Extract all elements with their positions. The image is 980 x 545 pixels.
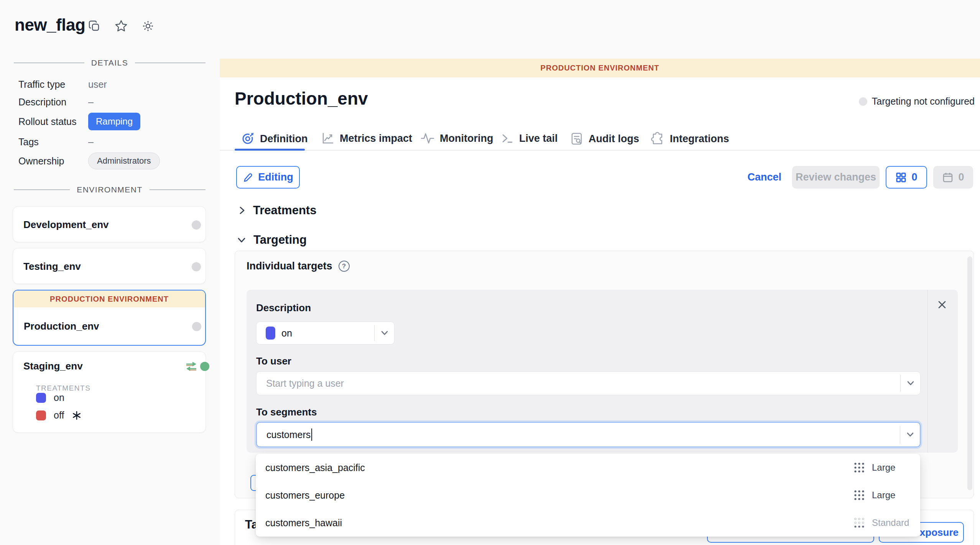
treatment-select-value: on [281, 328, 292, 339]
to-segments-value: customers [266, 429, 311, 440]
tab-live-tail[interactable]: Live tail [501, 132, 558, 145]
tab-metrics-impact[interactable]: Metrics impact [321, 132, 412, 145]
segment-name: customers_asia_pacific [265, 462, 853, 473]
detail-row-tags: Tags – [18, 136, 210, 148]
segments-dropdown: customers_asia_pacific Large customers_e… [256, 454, 920, 537]
detail-value: user [88, 79, 107, 90]
targeting-section-title: Targeting [253, 233, 307, 247]
segment-size-grid-icon [853, 462, 865, 473]
to-user-input[interactable]: Start typing a user [256, 371, 921, 395]
tab-label: Monitoring [440, 133, 493, 144]
env-name: Staging_env [23, 360, 83, 372]
detail-value: – [88, 136, 94, 148]
env-card-staging[interactable]: Staging_env TREATMENTS on off [13, 351, 206, 433]
chevron-down-icon[interactable] [374, 325, 394, 341]
detail-label: Ownership [18, 156, 88, 167]
changes-count: 0 [911, 171, 917, 183]
detail-row-ownership: Ownership Administrators [18, 153, 210, 169]
segment-name: customers_hawaii [265, 517, 853, 529]
segment-option-hawaii[interactable]: customers_hawaii Standard [256, 509, 920, 537]
gear-icon[interactable] [141, 19, 155, 33]
active-tab-underline [235, 149, 305, 151]
treatment-off-row: off [36, 410, 82, 421]
env-card-testing[interactable]: Testing_env [13, 248, 206, 284]
tab-label: Integrations [670, 133, 729, 145]
definition-target-icon [241, 132, 255, 146]
treatments-section-header[interactable]: Treatments [238, 204, 316, 217]
details-heading: DETAILS [91, 58, 128, 67]
targeting-section-header[interactable]: Targeting [237, 233, 307, 247]
grid-icon [895, 172, 907, 183]
segment-size-label: Large [872, 490, 912, 501]
env-status-dot [192, 220, 201, 230]
tab-audit-logs[interactable]: Audit logs [570, 132, 639, 146]
treatment-on-row: on [36, 392, 64, 403]
treatment-off-swatch [36, 410, 46, 420]
copy-icon[interactable] [87, 19, 101, 33]
audit-log-icon [570, 132, 583, 146]
treatment-on-swatch [36, 393, 46, 403]
env-name: Development_env [23, 219, 109, 231]
segment-name: customers_europe [265, 490, 853, 501]
tab-label: Metrics impact [340, 133, 412, 144]
individual-targets-header: Individual targets ? [247, 260, 350, 272]
chevron-down-icon[interactable] [900, 426, 920, 443]
changes-count-button[interactable]: 0 [886, 166, 927, 189]
env-name: Testing_env [23, 261, 81, 272]
details-divider: DETAILS [14, 58, 206, 67]
help-icon[interactable]: ? [339, 261, 350, 272]
panel-scrollbar[interactable] [967, 256, 972, 490]
cancel-link[interactable]: Cancel [747, 171, 781, 183]
to-segments-input[interactable]: customers [256, 422, 921, 447]
individual-targets-title: Individual targets [247, 260, 332, 272]
flag-title: new_flag [15, 15, 85, 34]
chevron-down-icon [237, 235, 247, 245]
tab-label: Definition [260, 133, 307, 145]
tab-integrations[interactable]: Integrations [651, 132, 729, 146]
env-page-title: Production_env [235, 88, 368, 109]
chevron-right-icon [238, 205, 246, 216]
puzzle-icon [651, 132, 664, 146]
close-icon[interactable] [936, 298, 949, 311]
treatment-name: on [54, 392, 64, 403]
env-card-development[interactable]: Development_env [13, 206, 206, 242]
detail-row-rollout-status: Rollout status Ramping [18, 113, 210, 130]
segment-size-grid-icon-standard [853, 517, 865, 529]
tab-label: Live tail [519, 133, 558, 144]
detail-label: Tags [18, 136, 88, 148]
toolbar-right: Cancel Review changes 0 0 [747, 166, 973, 189]
terminal-icon [501, 132, 514, 145]
star-icon[interactable] [114, 19, 128, 33]
chevron-down-icon[interactable] [900, 375, 920, 392]
env-status-dot-active [200, 362, 209, 371]
production-environment-strip: PRODUCTION ENVIRONMENT [13, 291, 205, 307]
editing-button[interactable]: Editing [236, 166, 300, 189]
env-status-dot [192, 322, 201, 331]
pencil-icon [243, 172, 253, 183]
segment-option-asia-pacific[interactable]: customers_asia_pacific Large [256, 454, 920, 481]
individual-target-rule-card: Description on To user Start typing a us… [247, 290, 958, 453]
detail-value: – [88, 97, 94, 108]
schedule-count-button[interactable]: 0 [933, 166, 973, 189]
segment-option-europe[interactable]: customers_europe Large [256, 481, 920, 509]
review-changes-button[interactable]: Review changes [792, 166, 880, 189]
tab-monitoring[interactable]: Monitoring [421, 132, 493, 145]
transfer-arrows-icon [185, 361, 198, 372]
treatment-select[interactable]: on [256, 322, 395, 345]
rollout-status-badge[interactable]: Ramping [88, 113, 140, 130]
description-field-label: Description [256, 302, 311, 314]
calendar-icon [942, 172, 954, 183]
schedule-count: 0 [958, 171, 964, 183]
production-strip-label: PRODUCTION ENVIRONMENT [50, 295, 169, 304]
sidebar: new_flag DETAIL [0, 0, 220, 545]
text-caret [311, 428, 312, 441]
detail-label: Traffic type [18, 79, 88, 90]
to-user-field-label: To user [256, 355, 291, 367]
ownership-pill[interactable]: Administrators [88, 153, 160, 169]
env-card-production[interactable]: PRODUCTION ENVIRONMENT Production_env [13, 290, 206, 346]
segment-size-label: Large [872, 462, 912, 473]
treatment-name: off [54, 410, 64, 421]
pulse-icon [421, 132, 434, 145]
tab-definition[interactable]: Definition [241, 132, 307, 146]
treatments-section-title: Treatments [253, 204, 316, 217]
